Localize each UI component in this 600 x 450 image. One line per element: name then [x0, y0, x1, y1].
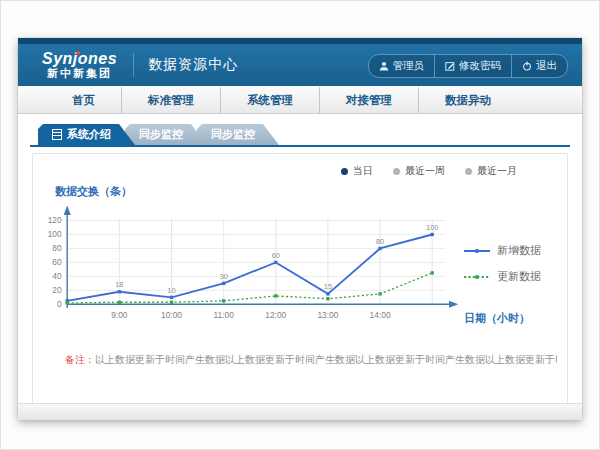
- header-divider: [133, 53, 134, 77]
- svg-text:0: 0: [57, 299, 62, 309]
- company-logo[interactable]: Synjones 新中新集团: [42, 50, 117, 79]
- svg-text:80: 80: [52, 243, 62, 253]
- tab-1[interactable]: 同步监控: [125, 124, 207, 145]
- legend-item-0[interactable]: 新增数据: [464, 243, 557, 258]
- svg-text:12:00: 12:00: [265, 310, 286, 320]
- svg-text:30: 30: [220, 272, 228, 281]
- logo-company: 新中新集团: [42, 68, 117, 80]
- legend-item-1[interactable]: 更新数据: [464, 269, 557, 284]
- user-icon: [379, 61, 389, 71]
- svg-text:18: 18: [115, 280, 123, 289]
- radio-dot-icon: [393, 168, 400, 175]
- document-icon: [52, 129, 62, 140]
- radio-dot-icon: [341, 168, 348, 175]
- y-axis-title: 数据交换（条）: [55, 184, 557, 199]
- svg-text:14:00: 14:00: [370, 310, 391, 320]
- svg-text:80: 80: [376, 237, 384, 246]
- svg-text:9:00: 9:00: [111, 310, 128, 320]
- footnote: 备注：以上数据更新于时间产生数据以上数据更新于时间产生数据以上数据更新于时间产生…: [65, 353, 557, 367]
- tab-2[interactable]: 同步监控: [197, 124, 279, 145]
- chart-panel: 当日最近一周最近一月 数据交换（条） 0204060801001209:0010…: [32, 153, 568, 410]
- svg-text:100: 100: [48, 229, 62, 239]
- svg-text:100: 100: [426, 223, 438, 232]
- tab-bar: 系统介绍同步监控同步监控: [30, 124, 570, 145]
- legend-column: 新增数据更新数据 日期（小时）: [464, 199, 557, 337]
- period-option-0[interactable]: 当日: [341, 164, 373, 178]
- period-selector: 当日最近一周最近一月: [341, 164, 517, 178]
- svg-text:10: 10: [167, 286, 175, 295]
- app-footer: [18, 403, 582, 420]
- svg-text:10:00: 10:00: [161, 310, 182, 320]
- nav-item-1[interactable]: 标准管理: [121, 87, 220, 113]
- period-option-1[interactable]: 最近一周: [393, 164, 445, 178]
- app-header: Synjones 新中新集团 数据资源中心 管理员修改密码退出: [18, 44, 582, 86]
- edit-icon: [445, 61, 455, 71]
- svg-text:60: 60: [52, 257, 62, 267]
- user-menu: 管理员修改密码退出: [368, 54, 569, 78]
- svg-text:15: 15: [324, 282, 332, 291]
- footnote-prefix: 备注：: [65, 354, 95, 365]
- tab-0[interactable]: 系统介绍: [38, 124, 135, 145]
- power-icon: [522, 61, 532, 71]
- nav-item-3[interactable]: 对接管理: [319, 87, 418, 113]
- line-chart: 0204060801001209:0010:0011:0012:0013:001…: [43, 199, 464, 337]
- nav-item-4[interactable]: 数据异动: [418, 87, 517, 113]
- svg-text:11:00: 11:00: [213, 310, 234, 320]
- svg-text:60: 60: [272, 251, 280, 260]
- app-window: Synjones 新中新集团 数据资源中心 管理员修改密码退出 首页标准管理系统…: [18, 38, 582, 420]
- chart-legend: 新增数据更新数据: [464, 243, 557, 284]
- legend-line-sample: [464, 273, 490, 281]
- user-menu-item-0[interactable]: 管理员: [369, 55, 435, 77]
- user-menu-item-1[interactable]: 修改密码: [434, 55, 511, 77]
- x-axis-title: 日期（小时）: [464, 311, 530, 326]
- nav-item-0[interactable]: 首页: [46, 87, 121, 113]
- svg-text:20: 20: [52, 285, 62, 295]
- period-option-2[interactable]: 最近一月: [465, 164, 517, 178]
- tab-underline: [30, 145, 570, 147]
- user-menu-item-2[interactable]: 退出: [511, 55, 567, 77]
- main-content: 系统介绍同步监控同步监控 当日最近一周最近一月 数据交换（条） 02040608…: [18, 114, 582, 410]
- main-nav: 首页标准管理系统管理对接管理数据异动: [18, 86, 582, 114]
- svg-text:120: 120: [48, 215, 62, 225]
- footnote-text: 以上数据更新于时间产生数据以上数据更新于时间产生数据以上数据更新于时间产生数据以…: [95, 354, 557, 365]
- legend-line-sample: [464, 247, 490, 255]
- chart-row: 0204060801001209:0010:0011:0012:0013:001…: [43, 199, 557, 337]
- svg-text:13:00: 13:00: [317, 310, 338, 320]
- radio-dot-icon: [465, 168, 472, 175]
- nav-item-2[interactable]: 系统管理: [220, 87, 319, 113]
- screenshot-stage: Synjones 新中新集团 数据资源中心 管理员修改密码退出 首页标准管理系统…: [0, 0, 600, 450]
- page-title: 数据资源中心: [148, 56, 238, 74]
- svg-text:40: 40: [52, 271, 62, 281]
